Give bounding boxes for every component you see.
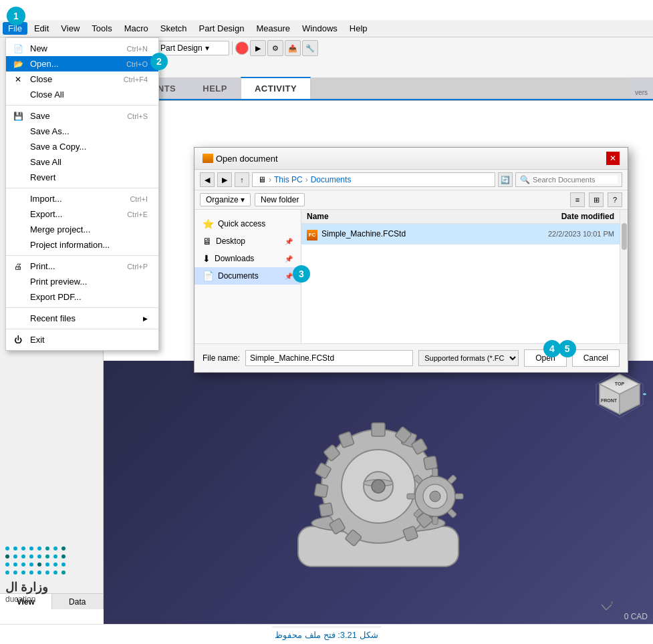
ministry-english: ducation [5,595,35,604]
screenshot-wrapper: 1 File Edit View Tools Macro Sketch Part… [0,0,653,644]
search-box[interactable]: 🔍 [515,172,622,187]
menu-new-item[interactable]: 📄 New Ctrl+N [6,41,158,56]
view-detail-btn[interactable]: ⊞ [589,192,604,207]
svg-rect-32 [407,494,415,499]
menu-project-info-item[interactable]: Project information... [6,237,158,253]
menu-tools[interactable]: Tools [86,22,117,35]
downloads-icon: ⬇ [203,253,211,264]
menu-save-copy-item[interactable]: Save a Copy... [6,139,158,154]
filename-input[interactable] [245,350,413,366]
tab-help[interactable]: HELP [189,78,241,99]
save-shortcut: Ctrl+S [127,112,148,120]
menu-export-pdf-item[interactable]: Export PDF... [6,289,158,305]
menu-close-all-item[interactable]: Close All [6,87,158,102]
svg-rect-30 [432,516,438,524]
file-item-1[interactable]: FC Simple_Machine.FCStd 22/2/2023 10:01 … [301,224,620,245]
new-folder-btn[interactable]: New folder [255,193,305,206]
tb-play-btn[interactable]: ▶ [250,40,266,56]
recent-files-label: Recent files [30,313,76,323]
nav-refresh-btn[interactable]: 🔄 [498,172,513,187]
new-icon: 📄 [13,43,23,54]
step-badge-2: 2 [150,53,168,70]
menu-help[interactable]: Help [344,22,373,35]
desktop-icon: 🖥 [203,236,212,247]
dialog-title-bar: Open document ✕ [194,148,628,170]
documents-label: Documents [218,271,259,281]
figure-caption: شكل 3.21: فتح ملف محفوظ [272,627,380,643]
scroll-thumb[interactable] [622,223,627,250]
menu-merge-item[interactable]: Merge project... [6,222,158,237]
recent-files-icon [13,313,23,324]
svg-text:FRONT: FRONT [601,398,618,403]
dialog-title-content: Open document [203,154,278,164]
documents-icon: 📄 [203,271,214,281]
cad-viewport[interactable]: TOP FRONT 0 CAD [104,361,653,627]
menu-exit-item[interactable]: ⏻ Exit [6,332,158,347]
menu-import-item[interactable]: Import... Ctrl+I [6,191,158,206]
menu-edit[interactable]: Edit [29,22,54,35]
print-label: Print... [30,261,55,271]
revert-icon [13,172,23,183]
version-label: vers [630,86,653,99]
menu-macro[interactable]: Macro [119,22,154,35]
tb-export-btn[interactable]: 📤 [285,40,301,56]
close-shortcut: Ctrl+F4 [124,75,148,84]
export-shortcut: Ctrl+E [127,210,148,218]
menu-open-item[interactable]: 📂 Open... Ctrl+O 2 [6,56,158,71]
tab-header: DOCUMENTS HELP ACTIVITY vers [104,78,653,100]
menu-revert-item[interactable]: Revert [6,170,158,185]
dialog-scrollbar[interactable] [620,210,628,343]
svg-point-22 [372,480,385,493]
menu-save-item[interactable]: 💾 Save Ctrl+S [6,108,158,124]
search-input[interactable] [533,176,618,184]
sidebar-documents[interactable]: 📄 Documents 📌 3 [194,267,301,285]
nav-cube[interactable]: TOP FRONT [593,367,646,421]
gear-model [278,420,479,587]
path-docs[interactable]: Documents [311,175,352,184]
menu-measure[interactable]: Measure [251,22,295,35]
view-list-btn[interactable]: ≡ [570,192,585,207]
menu-close-item[interactable]: ✕ Close Ctrl+F4 [6,71,158,87]
tb-sep-4 [232,41,233,55]
sep-2 [6,188,158,188]
tb-gear-btn[interactable]: ⚙ [267,40,283,56]
pin-icon-desktop: 📌 [285,238,293,245]
file-list-header: Name Date modified [301,210,620,224]
dialog-body: ⭐ Quick access 🖥 Desktop 📌 ⬇ Downloads 📌… [194,210,628,343]
sidebar-downloads[interactable]: ⬇ Downloads 📌 [194,250,301,267]
menu-print-item[interactable]: 🖨 Print... Ctrl+P [6,259,158,274]
menu-recent-files-item[interactable]: Recent files [6,311,158,326]
export-label: Export... [30,209,62,219]
tab-activity[interactable]: ACTIVITY [241,77,311,99]
tb-mode-dropdown[interactable]: Part Design ▾ [156,41,229,55]
dialog-toolbar: Organize ▾ New folder 4 ≡ ⊞ ? [194,190,628,210]
new-label: New [30,43,47,53]
nav-forward-btn[interactable]: ▶ [217,172,232,187]
menu-save-all-item[interactable]: Save All [6,154,158,170]
save-as-label: Save As... [30,126,70,136]
revert-label: Revert [30,172,55,182]
menu-print-preview-item[interactable]: Print preview... [6,274,158,289]
menu-view[interactable]: View [55,22,85,35]
help-btn[interactable]: ? [608,192,622,207]
tb-record-btn[interactable] [235,41,249,55]
menu-export-item[interactable]: Export... Ctrl+E [6,206,158,222]
menu-save-as-item[interactable]: Save As... [6,124,158,139]
menu-part-design[interactable]: Part Design [194,22,250,35]
filetype-select[interactable]: Supported formats (*.FCStd *.3 [418,350,519,366]
sidebar-desktop[interactable]: 🖥 Desktop 📌 [194,232,301,250]
organize-btn[interactable]: Organize ▾ [200,193,251,206]
menu-windows[interactable]: Windows [297,22,343,35]
sidebar-quick-access[interactable]: ⭐ Quick access [194,215,301,232]
svg-rect-28 [455,494,463,499]
svg-line-45 [602,605,606,610]
menu-sketch[interactable]: Sketch [155,22,192,35]
dialog-cancel-button[interactable]: Cancel [572,349,620,367]
nav-back-btn[interactable]: ◀ [200,172,215,187]
tb-settings-btn[interactable]: 🔧 [302,40,318,56]
header-name: Name [307,212,494,221]
svg-rect-11 [314,484,328,498]
dialog-close-button[interactable]: ✕ [606,152,620,165]
nav-up-btn[interactable]: ↑ [235,172,249,187]
path-pc[interactable]: This PC [274,175,303,184]
